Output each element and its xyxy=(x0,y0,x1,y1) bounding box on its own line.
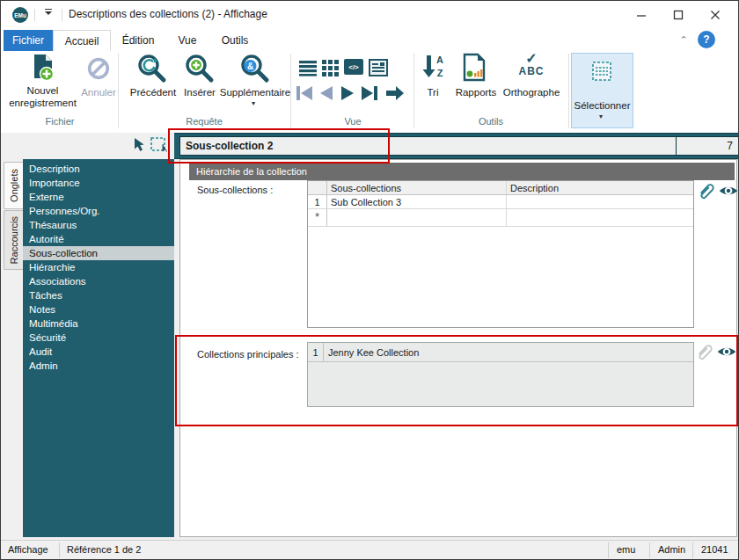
first-record-icon xyxy=(294,84,315,102)
view-grid-button[interactable] xyxy=(321,59,340,80)
insert-query-label[interactable]: Insérer xyxy=(181,86,218,98)
column-header-description[interactable]: Description xyxy=(507,181,693,194)
previous-query-button[interactable] xyxy=(135,53,169,88)
sidebar-item-admin[interactable]: Admin xyxy=(23,359,174,373)
select-button[interactable]: Sélectionner ▾ xyxy=(571,53,633,128)
attach-icon-disabled xyxy=(694,342,714,362)
sidebar-item-notes[interactable]: Notes xyxy=(23,302,174,316)
new-record-label[interactable]: Nouvel enregistrement xyxy=(1,84,84,110)
sidebar-item-hierarchie[interactable]: Hiérarchie xyxy=(23,260,174,274)
new-row-marker: * xyxy=(308,209,327,226)
sidebar-item-taches[interactable]: Tâches xyxy=(23,288,174,302)
sidebar-tab-onglets[interactable]: Onglets xyxy=(4,162,23,209)
sidebar-item-thesaurus[interactable]: Thésaurus xyxy=(23,218,174,232)
sidebar-item-description[interactable]: Description xyxy=(23,162,174,176)
tab-navigation-panel: Description Importance Externe Personnes… xyxy=(23,159,174,537)
close-button[interactable] xyxy=(700,6,730,24)
status-separator xyxy=(59,542,60,558)
quick-access-dropdown-icon[interactable] xyxy=(41,9,55,21)
minimize-icon xyxy=(636,10,647,20)
new-record-button[interactable] xyxy=(32,54,55,85)
sidebar-tab-raccourcis-label: Raccourcis xyxy=(9,216,19,264)
tab-outils[interactable]: Outils xyxy=(212,30,258,51)
table-row: 1 Sub Collection 3 xyxy=(308,195,693,209)
cell-sous-collections-empty[interactable] xyxy=(327,209,507,226)
new-record-icon xyxy=(32,54,55,82)
last-record-button[interactable] xyxy=(359,84,380,105)
cell-description-empty[interactable] xyxy=(507,209,693,226)
sidebar-tab-raccourcis[interactable]: Raccourcis xyxy=(4,210,23,270)
reports-button[interactable] xyxy=(462,53,487,85)
view-attachment-eye-icon[interactable] xyxy=(718,182,739,200)
sidebar-item-associations[interactable]: Associations xyxy=(23,274,174,288)
spelling-abc-text: ABC xyxy=(509,65,554,77)
status-mode: Affichage xyxy=(8,544,48,555)
maximize-button[interactable] xyxy=(663,6,693,24)
spelling-label[interactable]: Orthographe xyxy=(499,86,564,98)
section-header: Hiérarchie de la collection xyxy=(189,163,735,180)
supplementary-dropdown-icon[interactable]: ▾ xyxy=(252,100,255,107)
previous-query-label[interactable]: Précédent xyxy=(125,86,181,98)
next-record-button[interactable] xyxy=(339,84,356,105)
view-code-button[interactable]: </> xyxy=(344,59,363,75)
tab-vue[interactable]: Vue xyxy=(168,30,207,51)
table-new-row[interactable]: * xyxy=(308,209,693,227)
cell-sous-collections[interactable]: Sub Collection 3 xyxy=(327,195,507,208)
sidebar-item-autorite[interactable]: Autorité xyxy=(23,232,174,246)
sidebar-item-importance[interactable]: Importance xyxy=(23,176,174,190)
group-label-requete: Requête xyxy=(165,116,244,127)
previous-record-button xyxy=(318,84,335,105)
collapse-ribbon-icon[interactable]: ⌃ xyxy=(677,33,691,47)
record-strip: Sous-collection 2 7 xyxy=(1,133,738,157)
sort-label[interactable]: Tri xyxy=(419,86,447,98)
app-logo-icon[interactable]: EMu xyxy=(12,7,28,23)
marquee-select-icon[interactable] xyxy=(150,136,167,156)
group-separator xyxy=(118,54,119,128)
supplementary-query-button[interactable]: & xyxy=(238,53,272,88)
sort-button[interactable]: A Z xyxy=(421,54,447,85)
status-user: emu xyxy=(617,544,635,555)
view-form-button[interactable] xyxy=(369,59,388,80)
record-title-box: Sous-collection 2 xyxy=(179,136,677,156)
tab-accueil[interactable]: Accueil xyxy=(53,30,111,52)
insert-query-button[interactable] xyxy=(183,53,216,88)
titlebar-separator xyxy=(34,9,35,21)
sidebar-item-audit[interactable]: Audit xyxy=(23,345,174,359)
subcollections-table: Sous-collections Description 1 Sub Colle… xyxy=(307,180,694,328)
goto-record-icon xyxy=(384,84,406,102)
column-header-sous-collections[interactable]: Sous-collections xyxy=(327,181,507,194)
status-separator xyxy=(649,542,650,558)
reports-icon xyxy=(462,53,487,82)
pointer-tool-icon[interactable] xyxy=(133,137,146,156)
sort-icon: A Z xyxy=(421,54,447,82)
tab-fichier[interactable]: Fichier xyxy=(4,30,53,51)
sidebar-item-securite[interactable]: Sécurité xyxy=(23,331,174,345)
record-detail-panel: Hiérarchie de la collection Sous-collect… xyxy=(179,159,737,537)
reports-label[interactable]: Rapports xyxy=(451,86,501,98)
record-count-box: 7 xyxy=(676,136,739,156)
help-icon[interactable]: ? xyxy=(698,31,715,48)
previous-query-icon xyxy=(135,53,169,84)
record-bar: Sous-collection 2 7 xyxy=(174,133,738,159)
sidebar-item-personnes-org[interactable]: Personnes/Org. xyxy=(23,204,174,218)
view-form-icon xyxy=(369,59,388,76)
group-separator xyxy=(290,54,291,128)
goto-record-button[interactable] xyxy=(384,84,406,105)
sidebar-item-sous-collection[interactable]: Sous-collection xyxy=(23,246,174,260)
list-item[interactable]: 1 Jenny Kee Collection xyxy=(308,343,693,362)
supplementary-query-label[interactable]: Supplémentaire xyxy=(218,86,292,98)
status-reference: Référence 1 de 2 xyxy=(67,544,141,555)
spelling-button[interactable]: ✓ ABC xyxy=(509,52,554,77)
group-label-vue: Vue xyxy=(313,116,392,127)
view-list-button[interactable] xyxy=(298,59,318,80)
view-attachment-eye-icon[interactable] xyxy=(716,343,737,360)
sidebar-item-externe[interactable]: Externe xyxy=(23,190,174,204)
status-bar: Affichage Référence 1 de 2 emu Admin 210… xyxy=(1,540,738,560)
row-number: 1 xyxy=(308,343,324,361)
minimize-button[interactable] xyxy=(626,6,656,24)
attach-icon[interactable] xyxy=(696,181,716,201)
view-grid-icon xyxy=(321,59,340,76)
sidebar-item-multimedia[interactable]: Multimédia xyxy=(23,316,174,331)
cell-description[interactable] xyxy=(507,195,693,208)
tab-edition[interactable]: Édition xyxy=(113,30,164,51)
